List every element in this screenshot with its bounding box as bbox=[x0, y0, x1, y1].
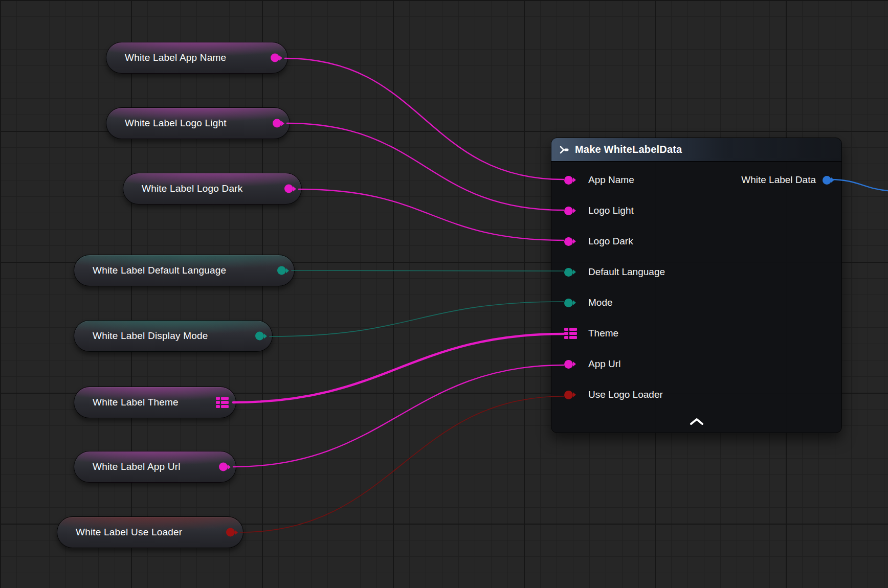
pin-label: Mode bbox=[588, 297, 613, 308]
variable-node-label: White Label Default Language bbox=[93, 265, 226, 276]
struct-grid-pin[interactable] bbox=[564, 328, 577, 339]
variable-node-label: White Label Display Mode bbox=[93, 330, 208, 342]
wire-theme[interactable] bbox=[233, 334, 564, 402]
pin-label: Logo Light bbox=[588, 205, 634, 216]
wire-use-logo-loader[interactable] bbox=[240, 396, 564, 532]
variable-node-white-label-default-language[interactable]: White Label Default Language bbox=[74, 255, 295, 286]
string-input-pin[interactable] bbox=[564, 207, 573, 215]
input-row-logo-dark: Logo Dark bbox=[551, 226, 841, 257]
pin-label: Logo Dark bbox=[588, 236, 633, 247]
variable-node-white-label-app-name[interactable]: White Label App Name bbox=[106, 42, 288, 74]
variable-node-label: White Label Theme bbox=[93, 397, 179, 408]
blueprint-graph-canvas[interactable]: White Label App Name White Label Logo Li… bbox=[0, 0, 888, 588]
variable-node-white-label-logo-dark[interactable]: White Label Logo Dark bbox=[123, 173, 302, 205]
struct-output-pin[interactable] bbox=[823, 176, 831, 185]
chevron-up-icon bbox=[689, 417, 704, 425]
variable-node-white-label-use-loader[interactable]: White Label Use Loader bbox=[57, 516, 243, 548]
input-row-app-url: App Url bbox=[551, 349, 841, 379]
variable-node-white-label-theme[interactable]: White Label Theme bbox=[74, 387, 236, 418]
string-output-pin[interactable] bbox=[271, 54, 279, 62]
wire-default-language[interactable] bbox=[292, 270, 564, 271]
wire-logo-dark[interactable] bbox=[299, 189, 564, 240]
pin-label: Use Logo Loader bbox=[588, 389, 663, 400]
input-row-mode: Mode bbox=[551, 287, 841, 318]
pin-label: App Name bbox=[588, 174, 634, 186]
input-row-theme: Theme bbox=[551, 318, 841, 349]
node-title: Make WhiteLabelData bbox=[575, 144, 682, 155]
enum-output-pin[interactable] bbox=[255, 332, 264, 341]
variable-node-label: White Label Logo Dark bbox=[142, 183, 242, 194]
input-row-default-language: Default Language bbox=[551, 257, 841, 287]
string-input-pin[interactable] bbox=[564, 176, 573, 185]
collapse-node-button[interactable] bbox=[685, 414, 708, 429]
variable-node-white-label-logo-light[interactable]: White Label Logo Light bbox=[106, 107, 290, 139]
enum-input-pin[interactable] bbox=[564, 268, 573, 277]
output-row-white-label-data: White Label Data bbox=[741, 165, 831, 195]
enum-input-pin[interactable] bbox=[564, 299, 573, 307]
string-input-pin[interactable] bbox=[564, 360, 573, 369]
make-struct-icon bbox=[559, 144, 570, 155]
bool-input-pin[interactable] bbox=[564, 391, 573, 399]
variable-node-label: White Label Use Loader bbox=[76, 527, 182, 538]
node-header[interactable]: Make WhiteLabelData bbox=[551, 138, 841, 162]
string-output-pin[interactable] bbox=[219, 463, 228, 471]
wire-logo-light[interactable] bbox=[287, 123, 564, 210]
input-row-logo-light: Logo Light bbox=[551, 195, 841, 226]
enum-output-pin[interactable] bbox=[277, 266, 286, 275]
wire-mode[interactable] bbox=[270, 302, 564, 336]
struct-grid-pin[interactable] bbox=[216, 397, 229, 408]
string-output-pin[interactable] bbox=[273, 119, 281, 128]
pin-label: App Url bbox=[588, 358, 620, 370]
wire-app-name[interactable] bbox=[285, 58, 564, 179]
variable-node-label: White Label Logo Light bbox=[125, 118, 227, 129]
bool-output-pin[interactable] bbox=[226, 528, 235, 537]
string-input-pin[interactable] bbox=[564, 237, 573, 246]
pin-label: White Label Data bbox=[741, 174, 816, 186]
pin-label: Theme bbox=[588, 328, 618, 339]
variable-node-white-label-app-url[interactable]: White Label App Url bbox=[74, 451, 236, 483]
string-output-pin[interactable] bbox=[284, 185, 293, 193]
wire-app-url[interactable] bbox=[233, 365, 564, 467]
pin-label: Default Language bbox=[588, 266, 665, 278]
variable-node-white-label-display-mode[interactable]: White Label Display Mode bbox=[74, 320, 273, 352]
variable-node-label: White Label App Name bbox=[125, 52, 226, 63]
make-whitelabeldata-node[interactable]: Make WhiteLabelData App Name Logo Light … bbox=[551, 138, 842, 433]
node-body: App Name Logo Light Logo Dark Default La… bbox=[551, 162, 841, 410]
input-row-use-logo-loader: Use Logo Loader bbox=[551, 379, 841, 410]
variable-node-label: White Label App Url bbox=[93, 461, 181, 472]
